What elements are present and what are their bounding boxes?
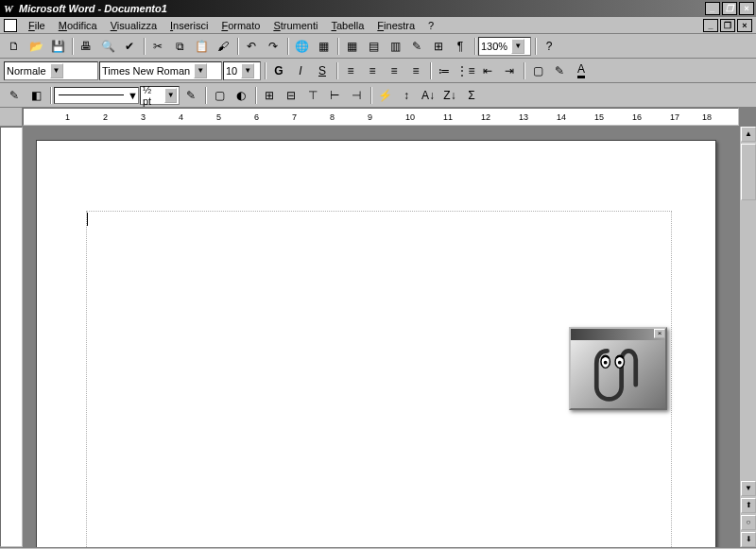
svg-point-3 xyxy=(618,361,622,365)
title-bar: W Microsoft Word - Documento1 _ ❐ × xyxy=(0,0,756,17)
mdi-minimize-button[interactable]: _ xyxy=(703,19,718,32)
style-value: Normale xyxy=(7,65,46,77)
borders-button[interactable]: ▢ xyxy=(527,60,548,81)
italic-button[interactable]: I xyxy=(290,60,311,81)
ruler-end xyxy=(739,108,756,126)
close-button[interactable]: × xyxy=(739,2,754,15)
increase-indent-button[interactable]: ⇥ xyxy=(499,60,520,81)
menu-finestra[interactable]: Finestra xyxy=(371,19,421,32)
underline-button[interactable]: S xyxy=(312,60,333,81)
prev-page-button[interactable]: ⬆ xyxy=(741,498,756,513)
merge-cells-button[interactable]: ⊞ xyxy=(259,85,280,106)
shading-color-button[interactable]: ◐ xyxy=(231,85,251,106)
columns-button[interactable]: ▥ xyxy=(385,36,405,57)
menu-visualizza[interactable]: Visualizza xyxy=(105,19,163,32)
tables-button[interactable]: ▦ xyxy=(341,36,362,57)
font-size-combo[interactable]: 10▼ xyxy=(223,61,261,80)
ruler-tick: 14 xyxy=(557,112,566,122)
open-button[interactable]: 📂 xyxy=(26,36,46,57)
sort-desc-button[interactable]: Z↓ xyxy=(439,85,460,106)
text-direction-button[interactable]: ↕ xyxy=(396,85,417,106)
line-style-combo[interactable]: ▼ xyxy=(54,87,139,104)
hyperlink-button[interactable]: 🌐 xyxy=(291,36,312,57)
sort-asc-button[interactable]: A↓ xyxy=(418,85,438,106)
drawing-button[interactable]: ✎ xyxy=(406,36,427,57)
border-color-button[interactable]: ✎ xyxy=(180,85,201,106)
menu-help[interactable]: ? xyxy=(422,19,439,32)
document-icon[interactable] xyxy=(4,19,17,32)
distribute-cols-button[interactable]: ⊣ xyxy=(346,85,367,106)
menu-inserisci[interactable]: Inserisci xyxy=(164,19,214,32)
web-toolbar-button[interactable]: ▦ xyxy=(313,36,334,57)
help-button[interactable]: ? xyxy=(539,36,559,57)
browse-object-button[interactable]: ○ xyxy=(741,515,756,530)
spellcheck-button[interactable]: ✔ xyxy=(119,36,140,57)
menu-formato[interactable]: Formato xyxy=(215,19,266,32)
highlight-button[interactable]: ✎ xyxy=(549,60,570,81)
excel-button[interactable]: ▤ xyxy=(363,36,384,57)
menu-file[interactable]: File xyxy=(23,19,51,32)
table-autoformat-button[interactable]: ⚡ xyxy=(374,85,395,106)
assistant-close-button[interactable]: × xyxy=(654,329,665,338)
ruler-tick: 11 xyxy=(443,112,453,122)
document-area[interactable]: × xyxy=(23,127,739,547)
horizontal-ruler[interactable]: 1 2 3 4 5 6 7 8 9 10 11 12 13 14 15 16 1… xyxy=(23,108,739,126)
ruler-tick: 9 xyxy=(368,112,372,122)
menu-tabella[interactable]: Tabella xyxy=(325,19,369,32)
ruler-tick: 10 xyxy=(405,112,415,122)
font-color-button[interactable]: A xyxy=(571,60,592,81)
undo-button[interactable]: ↶ xyxy=(241,36,262,57)
align-top-button[interactable]: ⊤ xyxy=(302,85,323,106)
show-hide-button[interactable]: ¶ xyxy=(450,36,471,57)
menu-strumenti[interactable]: Strumenti xyxy=(267,19,323,32)
chevron-down-icon: ▼ xyxy=(241,63,254,78)
menu-modifica[interactable]: Modifica xyxy=(53,19,103,32)
ruler-tick: 4 xyxy=(179,112,183,122)
scroll-down-button[interactable]: ▼ xyxy=(741,481,756,496)
mdi-close-button[interactable]: × xyxy=(737,19,752,32)
bullet-list-button[interactable]: ⋮≡ xyxy=(455,60,476,81)
new-button[interactable]: 🗋 xyxy=(4,36,25,57)
justify-button[interactable]: ≡ xyxy=(405,60,426,81)
scroll-thumb[interactable] xyxy=(741,144,756,200)
bold-button[interactable]: G xyxy=(268,60,289,81)
next-page-button[interactable]: ⬇ xyxy=(741,532,756,547)
document-map-button[interactable]: ⊞ xyxy=(428,36,449,57)
standard-toolbar: 🗋 📂 💾 🖶 🔍 ✔ ✂ ⧉ 📋 🖌 ↶ ↷ 🌐 ▦ ▦ ▤ ▥ ✎ ⊞ ¶ … xyxy=(0,34,756,59)
eraser-button[interactable]: ◧ xyxy=(26,85,46,106)
print-preview-button[interactable]: 🔍 xyxy=(97,36,118,57)
draw-table-button[interactable]: ✎ xyxy=(4,85,25,106)
autosum-button[interactable]: Σ xyxy=(461,85,482,106)
app-icon: W xyxy=(2,2,15,15)
align-left-button[interactable]: ≡ xyxy=(340,60,361,81)
copy-button[interactable]: ⧉ xyxy=(169,36,190,57)
align-center-button[interactable]: ≡ xyxy=(362,60,383,81)
save-button[interactable]: 💾 xyxy=(47,36,68,57)
align-right-button[interactable]: ≡ xyxy=(384,60,404,81)
style-combo[interactable]: Normale▼ xyxy=(4,61,98,80)
format-painter-button[interactable]: 🖌 xyxy=(213,36,233,57)
vertical-scrollbar[interactable]: ▲ ▼ ⬆ ○ ⬇ xyxy=(739,127,756,547)
clippy-icon xyxy=(588,342,644,404)
ruler-tick: 6 xyxy=(254,112,259,122)
vertical-ruler[interactable] xyxy=(0,127,23,547)
decrease-indent-button[interactable]: ⇤ xyxy=(477,60,498,81)
outside-border-button[interactable]: ▢ xyxy=(209,85,230,106)
zoom-combo[interactable]: 130%▼ xyxy=(478,37,531,56)
split-cells-button[interactable]: ⊟ xyxy=(281,85,301,106)
cut-button[interactable]: ✂ xyxy=(147,36,168,57)
mdi-restore-button[interactable]: ❐ xyxy=(720,19,735,32)
maximize-button[interactable]: ❐ xyxy=(722,2,737,15)
distribute-rows-button[interactable]: ⊢ xyxy=(324,85,345,106)
line-weight-combo[interactable]: ½ pt▼ xyxy=(140,86,180,105)
font-size-value: 10 xyxy=(226,65,237,77)
paste-button[interactable]: 📋 xyxy=(191,36,212,57)
numbered-list-button[interactable]: ≔ xyxy=(434,60,455,81)
redo-button[interactable]: ↷ xyxy=(263,36,284,57)
print-button[interactable]: 🖶 xyxy=(76,36,96,57)
font-combo[interactable]: Times New Roman▼ xyxy=(99,61,222,80)
scroll-up-button[interactable]: ▲ xyxy=(741,127,756,142)
menu-bar: File Modifica Visualizza Inserisci Forma… xyxy=(0,17,756,34)
minimize-button[interactable]: _ xyxy=(705,2,720,15)
office-assistant[interactable]: × xyxy=(569,327,667,410)
